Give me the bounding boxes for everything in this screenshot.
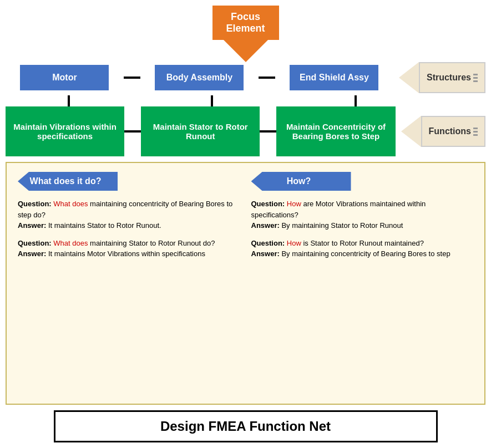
structures-row: Motor Body Assembly End Shield Assy Stru…	[6, 62, 485, 93]
motor-structure-box: Motor	[20, 65, 109, 90]
qa-right-q1-arest: By maintaining Stator to Rotor Runout	[281, 221, 403, 230]
functions-label-lines	[473, 128, 478, 136]
functions-label-text: Functions	[429, 126, 471, 136]
how-arrow: How?	[251, 172, 351, 191]
fn3-box: Maintain Concentricity of Bearing Bores …	[276, 106, 395, 156]
fn2-box: Maintain Stator to Rotor Runout	[141, 106, 260, 156]
fline3	[473, 134, 478, 136]
qa-right-q2-abold: Answer:	[251, 250, 282, 258]
qa-left-col: What does it do? Question: What does mai…	[18, 172, 240, 395]
qa-left-q2-abold: Answer:	[18, 250, 48, 258]
qa-right-q2-qbold: Question:	[251, 239, 287, 247]
qa-right-q2-qrest: is Stator to Rotor Runout maintained?	[301, 239, 424, 247]
qa-left-q1-qbold: Question:	[18, 200, 53, 208]
fn-h-line-1	[124, 130, 141, 133]
end-shield-col: End Shield Assy	[275, 65, 393, 90]
structures-label-lines	[473, 74, 478, 82]
structures-boxes: Motor Body Assembly End Shield Assy	[6, 65, 393, 90]
focus-box: Focus Element	[212, 6, 279, 40]
structures-label-text: Structures	[427, 73, 471, 83]
fn2-col: Maintain Stator to Rotor Runout	[141, 106, 260, 156]
qa-left-q1-what: What does	[53, 200, 88, 208]
vc-motor	[6, 95, 132, 106]
line1	[473, 74, 478, 75]
fn1-box: Maintain Vibrations within specification…	[6, 106, 124, 156]
qa-right-col: How? Question: How are Motor Vibrations …	[251, 172, 474, 395]
qa-left-q2-qbold: Question:	[18, 239, 53, 247]
qa-left-q2-qrest: maintaining Stator to Rotor Runout do?	[88, 239, 215, 247]
qa-left-q1-abold: Answer:	[18, 221, 48, 230]
qa-section: What does it do? Question: What does mai…	[6, 162, 485, 405]
qa-left-q1: Question: What does maintaining concentr…	[18, 198, 240, 231]
functions-boxes: Maintain Vibrations within specification…	[6, 106, 396, 156]
qa-right-q2-arest: By maintaining concentricity of Bearing …	[281, 250, 450, 258]
qa-left-q2-what: What does	[53, 239, 88, 247]
fline1	[473, 128, 478, 129]
motor-col: Motor	[6, 65, 124, 90]
what-does-it-do-arrow: What does it do?	[18, 172, 118, 191]
qa-left-q1-arest: It maintains Stator to Rotor Runout.	[48, 221, 161, 230]
end-shield-structure-box: End Shield Assy	[290, 65, 378, 90]
fline2	[473, 131, 478, 133]
qa-left-q2: Question: What does maintaining Stator t…	[18, 238, 240, 259]
body-assembly-col: Body Assembly	[140, 65, 259, 90]
qa-right-q2-how: How	[287, 239, 301, 247]
line2	[473, 77, 478, 79]
v-connector-body	[211, 95, 213, 106]
qa-right-arrow-label: How?	[251, 172, 474, 191]
qa-right-q1-abold: Answer:	[251, 221, 282, 230]
structures-chevron	[399, 62, 419, 93]
fn1-col: Maintain Vibrations within specification…	[6, 106, 124, 156]
qa-right-q1-how: How	[287, 200, 301, 208]
qa-right-q2: Question: How is Stator to Rotor Runout …	[251, 238, 474, 259]
line3	[473, 80, 478, 82]
vc-end	[292, 95, 419, 106]
focus-element-container: Focus Element	[212, 6, 279, 62]
functions-chevron	[401, 116, 421, 147]
vc-body	[149, 95, 275, 106]
v-connector-motor	[68, 95, 70, 106]
functions-label-area: Functions	[401, 116, 485, 147]
main-container: Focus Element Motor Body Assembly End Sh…	[0, 0, 491, 448]
qa-right-q1: Question: How are Motor Vibrations maint…	[251, 198, 474, 231]
structures-label-box: Structures	[419, 62, 485, 93]
h-line-1	[124, 77, 140, 79]
h-line-2	[259, 77, 275, 79]
fn-h-line-2	[260, 130, 276, 133]
qa-left-q2-arest: It maintains Motor Vibrations within spe…	[48, 250, 205, 258]
functions-row: Maintain Vibrations within specification…	[6, 106, 485, 156]
qa-left-arrow-label: What does it do?	[18, 172, 240, 191]
focus-down-arrow	[224, 40, 268, 62]
functions-label-box: Functions	[421, 116, 485, 147]
body-assembly-structure-box: Body Assembly	[155, 65, 244, 90]
v-connector-end	[355, 95, 357, 106]
structures-label-area: Structures	[399, 62, 485, 93]
qa-right-q1-qbold: Question:	[251, 200, 287, 208]
fn3-col: Maintain Concentricity of Bearing Bores …	[276, 106, 395, 156]
title-box: Design FMEA Function Net	[54, 410, 438, 442]
